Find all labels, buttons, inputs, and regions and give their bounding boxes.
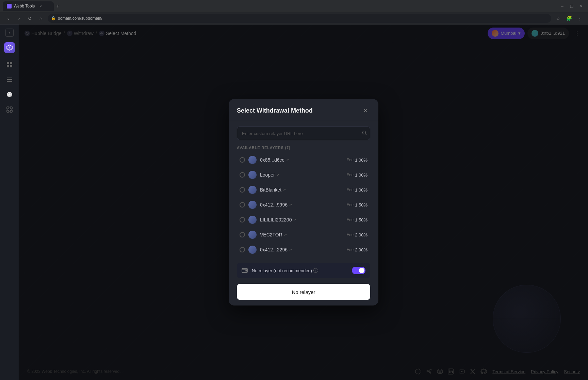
relayer-url-input[interactable] — [237, 127, 370, 140]
relayer-name-6: 0x412...2296 ↗ — [260, 247, 343, 252]
svg-rect-3 — [10, 65, 12, 67]
relayer-radio-6[interactable] — [240, 247, 245, 252]
list-item[interactable]: 0x412...9996 ↗ Fee 1.50% — [237, 197, 370, 212]
close-button[interactable]: × — [577, 2, 585, 10]
modal-header: Select Withdrawal Method × — [229, 99, 378, 121]
relayer-radio-1[interactable] — [240, 172, 245, 178]
svg-rect-14 — [10, 110, 12, 112]
relayer-radio-2[interactable] — [240, 187, 245, 193]
address-bar[interactable]: 🔒 domain.com/subdomain/ — [48, 14, 551, 23]
bookmark-button[interactable]: ☆ — [554, 14, 562, 22]
relayer-name-3: 0x412...9996 ↗ — [260, 202, 343, 208]
list-item[interactable]: 0x412...2296 ↗ Fee 2.90% — [237, 242, 370, 257]
no-relayer-section: No relayer (not recommended) i — [237, 263, 370, 278]
tab-title: Webb Tools — [14, 4, 35, 9]
external-link-icon[interactable]: ↗ — [293, 218, 296, 222]
external-link-icon[interactable]: ↗ — [289, 203, 292, 207]
svg-rect-13 — [7, 110, 9, 112]
relayer-fee-3: Fee 1.50% — [346, 202, 368, 208]
modal-body: AVAILABLE RELAYERS (7) 0x85...d6cc ↗ Fee — [229, 121, 378, 305]
address-text: domain.com/subdomain/ — [58, 16, 102, 21]
forward-button[interactable]: › — [15, 14, 23, 22]
list-item[interactable]: Looper ↗ Fee 1.00% — [237, 167, 370, 182]
relayer-name-5: VEC2TOR ↗ — [260, 232, 343, 237]
relayer-avatar-6 — [248, 246, 257, 254]
browser-menu-button[interactable]: ⋮ — [576, 14, 584, 22]
external-link-icon[interactable]: ↗ — [284, 233, 287, 237]
relayer-avatar-0 — [248, 156, 257, 164]
withdrawal-method-modal: Select Withdrawal Method × — [229, 99, 378, 305]
sidebar-item-privacy[interactable] — [3, 88, 16, 101]
relayer-name-1: Looper ↗ — [260, 172, 343, 178]
wallet-icon — [242, 267, 248, 274]
no-relayer-left: No relayer (not recommended) i — [242, 267, 318, 274]
browser-tab[interactable]: Webb Tools × — [3, 1, 54, 11]
relayer-radio-5[interactable] — [240, 232, 245, 237]
svg-rect-2 — [7, 65, 9, 67]
relayer-radio-4[interactable] — [240, 217, 245, 222]
app-logo[interactable] — [4, 42, 15, 53]
svg-rect-4 — [7, 78, 12, 78]
extensions-button[interactable]: 🧩 — [565, 14, 573, 22]
browser-nav: ‹ › ↺ ⌂ 🔒 domain.com/subdomain/ ☆ 🧩 ⋮ — [0, 12, 588, 24]
svg-rect-0 — [7, 62, 9, 64]
refresh-button[interactable]: ↺ — [26, 14, 34, 22]
sidebar-item-grid[interactable] — [3, 59, 16, 71]
relayer-fee-2: Fee 1.00% — [346, 187, 368, 193]
external-link-icon[interactable]: ↗ — [289, 248, 292, 252]
list-item[interactable]: BitBlanket ↗ Fee 1.00% — [237, 182, 370, 197]
no-relayer-button[interactable]: No relayer — [237, 284, 370, 300]
relayer-avatar-1 — [248, 171, 257, 179]
no-relayer-toggle[interactable] — [352, 267, 365, 274]
relayer-avatar-2 — [248, 186, 257, 194]
list-item[interactable]: LILILILI202200 ↗ Fee 1.50% — [237, 212, 370, 227]
sidebar: › — [0, 24, 19, 380]
relayer-fee-0: Fee 1.00% — [346, 158, 368, 163]
svg-rect-11 — [7, 107, 9, 109]
maximize-button[interactable]: □ — [568, 2, 576, 10]
relayer-fee-1: Fee 1.00% — [346, 172, 368, 178]
sidebar-expand-button[interactable]: › — [5, 29, 14, 37]
no-relayer-info-icon[interactable]: i — [313, 268, 318, 273]
svg-line-20 — [365, 134, 367, 135]
svg-rect-6 — [7, 81, 12, 82]
external-link-icon[interactable]: ↗ — [286, 158, 289, 162]
browser-chrome: Webb Tools × + − □ × — [0, 0, 588, 12]
relayer-fee-6: Fee 2.90% — [346, 247, 368, 252]
tab-close-button[interactable]: × — [39, 4, 42, 8]
svg-rect-22 — [246, 270, 247, 271]
modal-title: Select Withdrawal Method — [237, 107, 313, 114]
relayer-fee-5: Fee 2.00% — [346, 232, 368, 237]
svg-point-19 — [363, 131, 366, 134]
home-button[interactable]: ⌂ — [37, 14, 45, 22]
external-link-icon[interactable]: ↗ — [283, 188, 286, 192]
sidebar-item-bridge[interactable] — [3, 103, 16, 116]
tab-favicon — [7, 4, 12, 9]
relayers-list: 0x85...d6cc ↗ Fee 1.00% — [237, 152, 370, 257]
modal-overlay[interactable]: Select Withdrawal Method × — [19, 24, 588, 380]
relayer-avatar-5 — [248, 231, 257, 239]
new-tab-button[interactable]: + — [54, 2, 62, 10]
search-button[interactable] — [362, 131, 367, 136]
main-content: Hubble Bridge / ↗ Withdraw / ◎ Select Me… — [19, 24, 588, 380]
relayer-name-0: 0x85...d6cc ↗ — [260, 157, 343, 163]
external-link-icon[interactable]: ↗ — [276, 173, 279, 177]
svg-rect-12 — [10, 107, 12, 109]
list-item[interactable]: VEC2TOR ↗ Fee 2.00% — [237, 227, 370, 242]
relayer-name-4: LILILILI202200 ↗ — [260, 217, 343, 222]
minimize-button[interactable]: − — [558, 2, 566, 10]
svg-rect-1 — [10, 62, 12, 64]
back-button[interactable]: ‹ — [4, 14, 12, 22]
no-relayer-label: No relayer (not recommended) i — [252, 268, 318, 273]
list-item[interactable]: 0x85...d6cc ↗ Fee 1.00% — [237, 152, 370, 167]
search-container — [237, 127, 370, 140]
modal-close-button[interactable]: × — [361, 106, 370, 115]
relayer-avatar-3 — [248, 201, 257, 209]
relayer-radio-3[interactable] — [240, 202, 245, 208]
relayer-avatar-4 — [248, 216, 257, 224]
relayer-radio-0[interactable] — [240, 157, 245, 163]
relayers-section-label: AVAILABLE RELAYERS (7) — [237, 146, 370, 150]
sidebar-item-list[interactable] — [3, 73, 16, 86]
relayer-name-2: BitBlanket ↗ — [260, 187, 343, 193]
ssl-lock-icon: 🔒 — [51, 16, 56, 20]
